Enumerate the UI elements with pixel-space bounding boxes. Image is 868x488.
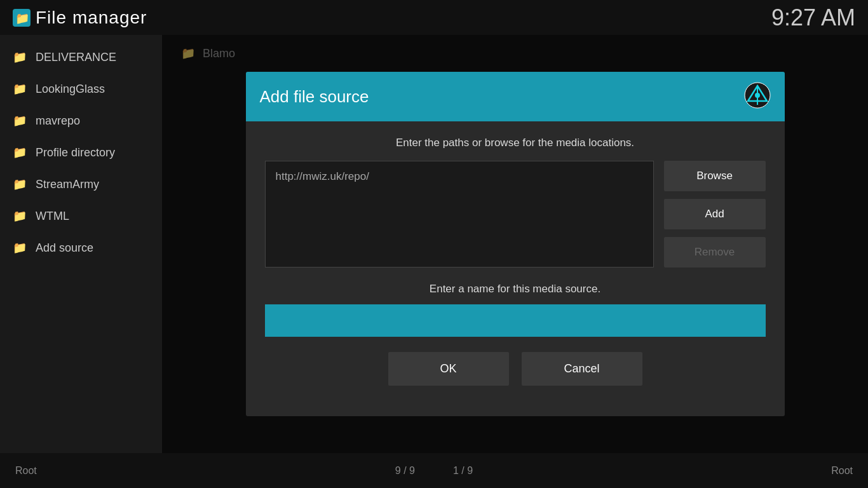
sidebar-item-profile-directory[interactable]: 📁 Profile directory <box>0 137 162 168</box>
sidebar-item-lookingglass[interactable]: 📁 LookingGlass <box>0 73 162 105</box>
dialog-header: Add file source <box>246 72 785 121</box>
path-value: http://mwiz.uk/repo/ <box>276 170 369 183</box>
browse-button[interactable]: Browse <box>664 161 766 191</box>
folder-icon: 📁 <box>13 50 27 64</box>
cancel-button[interactable]: Cancel <box>522 352 642 386</box>
footer-bar: Root 9 / 9 1 / 9 Root <box>0 453 868 488</box>
sidebar-item-label: mavrepo <box>36 114 80 128</box>
folder-icon: 📁 <box>13 209 27 223</box>
app-header: 📁 File manager 9:27 AM <box>0 0 868 35</box>
svg-text:📁: 📁 <box>15 11 30 25</box>
app-icon: 📁 <box>13 9 31 27</box>
footer-left-label: Root <box>15 465 37 477</box>
dialog-body: Enter the paths or browse for the media … <box>246 121 785 416</box>
remove-button[interactable]: Remove <box>664 237 766 268</box>
footer-mid-left: 9 / 9 <box>395 465 415 477</box>
dialog-overlay: Add file source Enter the paths or brows… <box>162 35 868 453</box>
folder-icon: 📁 <box>13 114 27 128</box>
footer-mid: 9 / 9 1 / 9 <box>395 465 473 477</box>
sidebar-item-wtml[interactable]: 📁 WTML <box>0 200 162 232</box>
add-button[interactable]: Add <box>664 199 766 229</box>
sidebar-item-label: WTML <box>36 210 69 223</box>
main-content: 📁 Blamo Add file source <box>162 35 868 453</box>
path-input[interactable]: http://mwiz.uk/repo/ <box>265 161 654 268</box>
folder-icon: 📁 <box>13 82 27 96</box>
svg-point-6 <box>755 93 760 98</box>
name-instruction: Enter a name for this media source. <box>265 283 766 295</box>
sidebar-item-deliverance[interactable]: 📁 DELIVERANCE <box>0 41 162 73</box>
dialog-footer: OK Cancel <box>265 352 766 401</box>
sidebar-item-label: StreamArmy <box>36 178 99 191</box>
folder-icon: 📁 <box>13 177 27 191</box>
sidebar-item-label: DELIVERANCE <box>36 51 116 64</box>
path-buttons: Browse Add Remove <box>664 161 766 268</box>
sidebar: 📁 DELIVERANCE 📁 LookingGlass 📁 mavrepo 📁… <box>0 35 162 453</box>
kodi-logo <box>744 82 771 111</box>
path-instruction: Enter the paths or browse for the media … <box>265 137 766 149</box>
folder-icon: 📁 <box>13 146 27 159</box>
sidebar-item-label: Profile directory <box>36 146 115 159</box>
media-source-name-input[interactable] <box>265 304 766 337</box>
sidebar-item-streamarmy[interactable]: 📁 StreamArmy <box>0 168 162 200</box>
header-left: 📁 File manager <box>13 8 147 28</box>
clock-display: 9:27 AM <box>771 4 855 31</box>
path-section: http://mwiz.uk/repo/ Browse Add Remove <box>265 161 766 268</box>
app-title: File manager <box>36 8 147 28</box>
add-file-source-dialog: Add file source Enter the paths or brows… <box>246 72 785 416</box>
ok-button[interactable]: OK <box>388 352 509 386</box>
footer-right-label: Root <box>831 465 853 477</box>
sidebar-item-label: LookingGlass <box>36 83 105 96</box>
sidebar-item-mavrepo[interactable]: 📁 mavrepo <box>0 105 162 137</box>
dialog-title: Add file source <box>260 87 369 107</box>
sidebar-item-add-source[interactable]: 📁 Add source <box>0 232 162 264</box>
sidebar-item-label: Add source <box>36 241 93 255</box>
folder-add-icon: 📁 <box>13 241 27 255</box>
footer-mid-right: 1 / 9 <box>453 465 473 477</box>
